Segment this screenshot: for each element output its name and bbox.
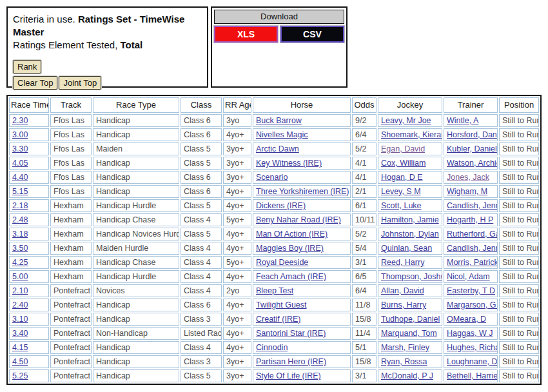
race-time-link[interactable]: 4.05 (12, 159, 28, 168)
jockey-link[interactable]: Hamilton, Jamie (381, 215, 439, 224)
horse-cell: Bleep Test (253, 284, 351, 297)
horse-link[interactable]: Twilight Guest (256, 300, 307, 309)
trainer-link[interactable]: Candlish, Jennie (447, 201, 498, 210)
race-time-link[interactable]: 5.15 (12, 187, 28, 196)
jockey-link[interactable]: Ryan, Rossa (381, 357, 427, 366)
download-panel: Download XLS CSV (211, 6, 347, 88)
trainer-link[interactable]: Horsford, Dan (447, 130, 497, 139)
race-time-link[interactable]: 5.00 (12, 272, 28, 281)
race-time-link[interactable]: 3.40 (12, 329, 28, 338)
trainer-link[interactable]: Haggas, W J (447, 329, 493, 338)
clear-top-button[interactable]: Clear Top (13, 76, 57, 90)
download-xls-button[interactable]: XLS (214, 26, 278, 43)
race-time-link[interactable]: 3.50 (12, 244, 28, 253)
jockey-link[interactable]: Marsh, Finley (381, 343, 429, 352)
trainer-link[interactable]: Morris, Patrick (447, 258, 498, 267)
race-type-cell: Handicap (93, 114, 179, 127)
criteria-panel: Criteria in use. Ratings Set - TimeWise … (6, 6, 208, 88)
horse-link[interactable]: Partisan Hero (IRE) (256, 357, 326, 366)
race-time-link[interactable]: 3.00 (12, 130, 28, 139)
race-time-link[interactable]: 4.50 (12, 357, 28, 366)
trainer-link[interactable]: Hughes, Richard (447, 343, 498, 352)
race-time-link[interactable]: 4.25 (12, 258, 28, 267)
jockey-link[interactable]: Levey, S M (381, 187, 421, 196)
race-time-cell: 5.25 (9, 369, 49, 382)
jockey-link[interactable]: Cox, William (381, 159, 426, 168)
trainer-link[interactable]: Wintle, A (447, 116, 478, 125)
race-type-cell: Handicap (93, 299, 179, 311)
horse-link[interactable]: Royal Deeside (256, 258, 308, 267)
horse-link[interactable]: Bleep Test (256, 286, 293, 295)
jockey-link[interactable]: Marquand, Tom (381, 329, 437, 338)
race-time-link[interactable]: 2.18 (12, 201, 28, 210)
jockey-link[interactable]: Thompson, Joshua (381, 272, 442, 281)
odds-cell: 5/1 (352, 341, 377, 354)
horse-link[interactable]: Feach Amach (IRE) (256, 272, 326, 281)
trainer-link[interactable]: Wigham, M (447, 187, 487, 196)
race-time-link[interactable]: 4.15 (12, 343, 28, 352)
race-time-link[interactable]: 5.25 (12, 371, 28, 380)
race-time-link[interactable]: 4.40 (12, 173, 28, 182)
race-time-link[interactable]: 2.48 (12, 215, 28, 224)
table-row: 2.40PontefractHandicapClass 64yo+Twiligh… (9, 299, 539, 311)
jockey-link[interactable]: Johnston, Dylan (381, 230, 439, 239)
trainer-link[interactable]: Rutherford, Gary (447, 230, 498, 239)
horse-link[interactable]: Santorini Star (IRE) (256, 329, 326, 338)
race-time-link[interactable]: 3.18 (12, 230, 28, 239)
horse-link[interactable]: Creatif (IRE) (256, 315, 300, 324)
horse-link[interactable]: Style Of Life (IRE) (256, 371, 321, 380)
col-header-race-time: Race Time (9, 97, 49, 113)
jockey-link[interactable]: Leavy, Mr Joe (381, 116, 431, 125)
horse-link[interactable]: Dickens (IRE) (256, 201, 306, 210)
horse-link[interactable]: Man Of Action (IRE) (256, 230, 328, 239)
jockey-link[interactable]: Allan, David (381, 286, 424, 295)
odds-cell: 5/2 (352, 142, 377, 155)
table-row: 3.50HexhamMaiden HurdleClass 44yo+Maggie… (9, 242, 539, 255)
track-cell: Ffos Las (50, 157, 92, 170)
horse-link[interactable]: Scenario (256, 173, 288, 182)
jockey-link[interactable]: Burns, Harry (381, 300, 426, 309)
rr-age-cell: 3yo+ (223, 369, 251, 382)
position-cell: Still to Run (499, 327, 539, 340)
trainer-link[interactable]: Watson, Archie (447, 159, 498, 168)
horse-link[interactable]: Nivelles Magic (256, 130, 308, 139)
jockey-link[interactable]: Egan, David (381, 144, 425, 153)
trainer-link[interactable]: Nicol, Adam (447, 272, 490, 281)
horse-link[interactable]: Cinnodin (256, 343, 288, 352)
trainer-link[interactable]: Margarson, G G (447, 300, 498, 309)
trainer-link[interactable]: Jones, Jack (447, 173, 489, 182)
jockey-link[interactable]: Scott, Luke (381, 201, 422, 210)
trainer-link[interactable]: Bethell, Harriet (447, 371, 498, 380)
jockey-cell: McDonald, P J (378, 369, 442, 382)
race-time-link[interactable]: 3.10 (12, 315, 28, 324)
trainer-link[interactable]: Kubler, Daniel (447, 144, 497, 153)
horse-link[interactable]: Maggies Boy (IRE) (256, 244, 324, 253)
class-cell: Class 4 (181, 284, 222, 297)
jockey-link[interactable]: Shoemark, Kieran (381, 130, 442, 139)
horse-link[interactable]: Three Yorkshiremen (IRE) (256, 187, 349, 196)
race-time-link[interactable]: 3.30 (12, 144, 28, 153)
horse-link[interactable]: Buck Barrow (256, 116, 302, 125)
track-cell: Hexham (50, 256, 92, 269)
jockey-link[interactable]: McDonald, P J (381, 371, 433, 380)
download-csv-button[interactable]: CSV (280, 26, 344, 43)
joint-top-button[interactable]: Joint Top (59, 76, 101, 90)
jockey-link[interactable]: Tudhope, Daniel (381, 315, 440, 324)
trainer-link[interactable]: Candlish, Jennie (447, 244, 498, 253)
race-time-link[interactable]: 2.10 (12, 286, 28, 295)
horse-link[interactable]: Arctic Dawn (256, 144, 299, 153)
trainer-link[interactable]: OMeara, D (447, 315, 486, 324)
race-time-link[interactable]: 2.30 (12, 116, 28, 125)
trainer-link[interactable]: Hogarth, H P (447, 215, 493, 224)
jockey-link[interactable]: Quinlan, Sean (381, 244, 432, 253)
jockey-link[interactable]: Reed, Harry (381, 258, 424, 267)
rank-button[interactable]: Rank (13, 60, 41, 74)
horse-link[interactable]: Beny Nahar Road (IRE) (256, 215, 341, 224)
rank-row: Rank (13, 60, 202, 74)
race-time-link[interactable]: 2.40 (12, 300, 28, 309)
jockey-link[interactable]: Hogan, D E (381, 173, 423, 182)
horse-link[interactable]: Key Witness (IRE) (256, 159, 322, 168)
trainer-link[interactable]: Easterby, T D (447, 286, 495, 295)
trainer-link[interactable]: Loughnane, David (447, 357, 498, 366)
track-cell: Hexham (50, 270, 92, 283)
